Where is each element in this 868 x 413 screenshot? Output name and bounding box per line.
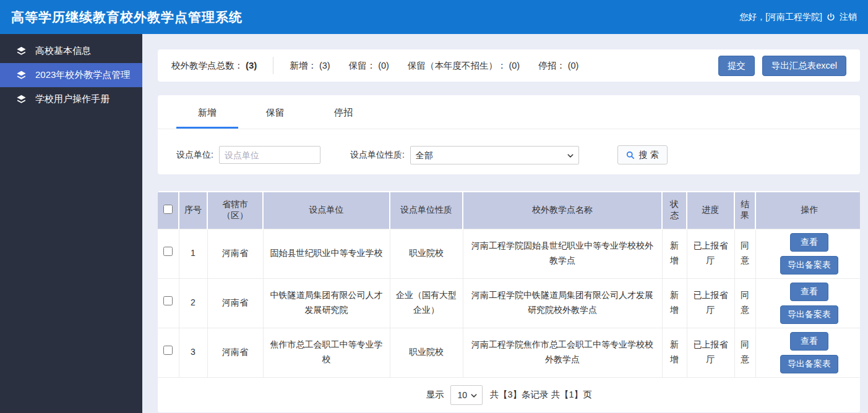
cell-result: 同意 xyxy=(734,278,755,328)
stat-total: 校外教学点总数： (3) xyxy=(171,60,257,72)
header-unit: 设点单位 xyxy=(263,192,390,229)
topbar: 高等学历继续教育校外教学点管理系统 您好，[河南工程学院] 注销 xyxy=(0,0,868,34)
header-num: 序号 xyxy=(179,192,207,229)
layers-icon xyxy=(16,46,27,56)
pagination: 显示 10 共【3】条记录 共【1】页 xyxy=(158,378,860,412)
stat-stopped: 停招： (0) xyxy=(538,60,578,72)
layers-icon xyxy=(16,94,27,104)
table-header-row: 序号 省辖市（区） 设点单位 设点单位性质 校外教学点名称 状态 进度 结果 操… xyxy=(158,192,860,229)
table-row: 3 河南省 焦作市总工会职工中等专业学校 职业院校 河南工程学院焦作市总工会职工… xyxy=(158,328,860,377)
export-record-button[interactable]: 导出备案表 xyxy=(780,355,838,373)
cell-city: 河南省 xyxy=(207,229,263,278)
submit-button[interactable]: 提交 xyxy=(718,56,755,76)
cell-unit: 固始县世纪职业中等专业学校 xyxy=(263,229,390,278)
cell-progress: 已上报省厅 xyxy=(687,229,734,278)
user-greeting: 您好，[河南工程学院] xyxy=(739,12,822,23)
search-button[interactable]: 搜 索 xyxy=(617,145,668,164)
cell-city: 河南省 xyxy=(207,328,263,377)
cell-nature: 企业（国有大型企业） xyxy=(390,278,463,328)
cell-name: 河南工程学院焦作市总工会职工中等专业学校校外教学点 xyxy=(463,328,662,377)
power-icon[interactable] xyxy=(826,12,836,22)
tab-new[interactable]: 新增 xyxy=(176,95,238,129)
logout-link[interactable]: 注销 xyxy=(840,12,857,23)
row-checkbox[interactable] xyxy=(163,296,173,305)
cell-checkbox xyxy=(158,229,179,278)
cell-nature: 职业院校 xyxy=(390,229,463,278)
cell-name: 河南工程学院中铁隧道局集团有限公司人才发展研究院校外教学点 xyxy=(463,278,662,328)
stat-new: 新增： (3) xyxy=(290,60,330,72)
cell-name: 河南工程学院固始县世纪职业中等专业学校校外教学点 xyxy=(463,229,662,278)
header-name: 校外教学点名称 xyxy=(463,192,662,229)
tabs: 新增 保留 停招 xyxy=(158,95,860,129)
header-action: 操作 xyxy=(755,192,860,229)
page-size-select-wrap: 10 xyxy=(450,385,483,405)
view-button[interactable]: 查看 xyxy=(790,332,828,351)
header-result: 结果 xyxy=(734,192,755,229)
table-row: 2 河南省 中铁隧道局集团有限公司人才发展研究院 企业（国有大型企业） 河南工程… xyxy=(158,278,860,328)
nature-label: 设点单位性质: xyxy=(350,150,405,161)
unit-input[interactable] xyxy=(219,146,320,164)
cell-num: 2 xyxy=(179,278,207,328)
table-block: 序号 省辖市（区） 设点单位 设点单位性质 校外教学点名称 状态 进度 结果 操… xyxy=(158,191,860,412)
export-summary-excel-button[interactable]: 导出汇总表excel xyxy=(762,56,846,76)
row-checkbox[interactable] xyxy=(163,346,173,355)
header-select-all xyxy=(158,192,179,229)
search-icon xyxy=(626,151,635,160)
cell-action: 查看 导出备案表 xyxy=(755,328,860,377)
view-button[interactable]: 查看 xyxy=(790,233,828,252)
header-progress: 进度 xyxy=(687,192,734,229)
layers-icon xyxy=(16,70,27,80)
table-row: 1 河南省 固始县世纪职业中等专业学校 职业院校 河南工程学院固始县世纪职业中等… xyxy=(158,229,860,278)
search-form: 设点单位: 设点单位性质: 全部 搜 索 xyxy=(158,145,860,164)
sidebar-item-2023-teaching-points[interactable]: 2023年校外教学点管理 xyxy=(0,63,142,87)
cell-city: 河南省 xyxy=(207,278,263,328)
header-nature: 设点单位性质 xyxy=(390,192,463,229)
cell-action: 查看 导出备案表 xyxy=(755,278,860,328)
teaching-points-table: 序号 省辖市（区） 设点单位 设点单位性质 校外教学点名称 状态 进度 结果 操… xyxy=(158,191,860,378)
tab-stopped[interactable]: 停招 xyxy=(312,95,374,129)
cell-num: 1 xyxy=(179,229,207,278)
stat-total-label: 校外教学点总数： xyxy=(171,61,243,70)
user-area: 您好，[河南工程学院] 注销 xyxy=(739,12,857,23)
header-city: 省辖市（区） xyxy=(207,192,263,229)
cell-status: 新增 xyxy=(662,328,687,377)
main-content: 校外教学点总数： (3) 新增： (3) 保留： (0) 保留（本年度不招生）：… xyxy=(142,34,868,413)
stats-panel: 校外教学点总数： (3) 新增： (3) 保留： (0) 保留（本年度不招生）：… xyxy=(158,49,860,82)
record-summary: 共【3】条记录 共【1】页 xyxy=(489,389,591,401)
cell-progress: 已上报省厅 xyxy=(687,328,734,377)
cell-progress: 已上报省厅 xyxy=(687,278,734,328)
sidebar-item-label: 高校基本信息 xyxy=(35,45,91,57)
page-size-select[interactable]: 10 xyxy=(450,385,483,405)
stat-total-value: (3) xyxy=(246,60,257,70)
cell-checkbox xyxy=(158,328,179,377)
cell-num: 3 xyxy=(179,328,207,377)
view-button[interactable]: 查看 xyxy=(790,283,828,301)
cell-status: 新增 xyxy=(662,229,687,278)
cell-checkbox xyxy=(158,278,179,328)
select-all-checkbox[interactable] xyxy=(163,205,173,214)
cell-nature: 职业院校 xyxy=(390,328,463,377)
stat-retained: 保留： (0) xyxy=(349,60,389,72)
sidebar-item-user-manual[interactable]: 学校用户操作手册 xyxy=(0,87,142,111)
cell-unit: 焦作市总工会职工中等专业学校 xyxy=(263,328,390,377)
unit-label: 设点单位: xyxy=(176,150,213,161)
cell-unit: 中铁隧道局集团有限公司人才发展研究院 xyxy=(263,278,390,328)
nature-select-wrap: 全部 xyxy=(410,146,579,164)
export-record-button[interactable]: 导出备案表 xyxy=(780,305,838,324)
tab-retained[interactable]: 保留 xyxy=(244,95,306,129)
cell-status: 新增 xyxy=(662,278,687,328)
export-record-button[interactable]: 导出备案表 xyxy=(780,256,838,275)
filter-panel: 新增 保留 停招 设点单位: 设点单位性质: 全部 xyxy=(158,95,860,174)
row-checkbox[interactable] xyxy=(163,247,173,256)
app-title: 高等学历继续教育校外教学点管理系统 xyxy=(11,9,243,26)
divider xyxy=(273,57,273,74)
nature-select[interactable]: 全部 xyxy=(410,146,579,164)
cell-result: 同意 xyxy=(734,328,755,377)
stat-retained-no-enroll: 保留（本年度不招生）： (0) xyxy=(408,60,520,72)
header-status: 状态 xyxy=(662,192,687,229)
cell-action: 查看 导出备案表 xyxy=(755,229,860,278)
sidebar-item-school-info[interactable]: 高校基本信息 xyxy=(0,39,142,63)
cell-result: 同意 xyxy=(734,229,755,278)
sidebar: 高校基本信息 2023年校外教学点管理 学校用户操作手册 xyxy=(0,34,142,413)
page-size-label: 显示 xyxy=(426,389,444,401)
